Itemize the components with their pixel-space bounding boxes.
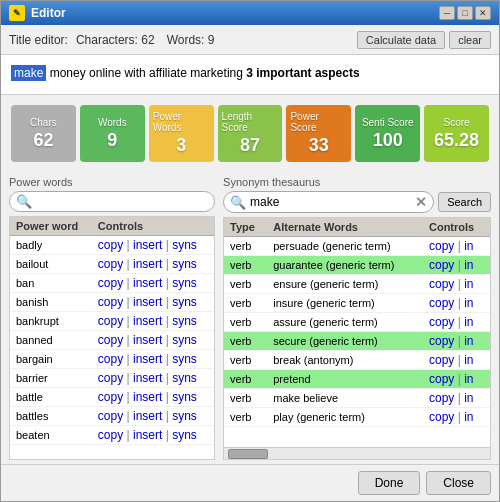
copy-link[interactable]: copy — [98, 295, 123, 309]
right-search-box[interactable]: 🔍 ✕ — [223, 191, 434, 213]
right-in-link[interactable]: in — [464, 410, 473, 424]
power-word-controls: copy | insert | syns — [92, 236, 214, 255]
copy-link[interactable]: copy — [98, 276, 123, 290]
insert-link[interactable]: insert — [133, 295, 162, 309]
editor-text-area[interactable]: make money online with affiliate marketi… — [1, 55, 499, 95]
copy-link[interactable]: copy — [98, 333, 123, 347]
right-in-link[interactable]: in — [464, 391, 473, 405]
restore-btn[interactable]: □ — [457, 6, 473, 20]
right-copy-link[interactable]: copy — [429, 372, 454, 386]
power-word-controls: copy | insert | syns — [92, 293, 214, 312]
right-search-clear[interactable]: ✕ — [415, 194, 427, 210]
power-word-cell: battle — [10, 388, 92, 407]
syns-link[interactable]: syns — [172, 238, 197, 252]
insert-link[interactable]: insert — [133, 428, 162, 442]
syns-link[interactable]: syns — [172, 295, 197, 309]
clear-btn[interactable]: clear — [449, 31, 491, 49]
right-in-link[interactable]: in — [464, 277, 473, 291]
insert-link[interactable]: insert — [133, 314, 162, 328]
syns-link[interactable]: syns — [172, 390, 197, 404]
stat-chars: Chars 62 — [11, 105, 76, 162]
right-copy-link[interactable]: copy — [429, 277, 454, 291]
left-search-box[interactable]: 🔍 — [9, 191, 215, 212]
syns-link[interactable]: syns — [172, 352, 197, 366]
syns-link[interactable]: syns — [172, 371, 197, 385]
copy-link[interactable]: copy — [98, 238, 123, 252]
right-table-row: verbensure (generic term)copy | in — [224, 275, 490, 294]
insert-link[interactable]: insert — [133, 390, 162, 404]
power-word-cell: bargain — [10, 350, 92, 369]
right-table-row: verbplay (generic term)copy | in — [224, 408, 490, 427]
left-table-row: beatencopy | insert | syns — [10, 426, 214, 445]
minimize-btn[interactable]: ─ — [439, 6, 455, 20]
right-in-link[interactable]: in — [464, 315, 473, 329]
power-word-cell: banned — [10, 331, 92, 350]
insert-link[interactable]: insert — [133, 352, 162, 366]
syns-link[interactable]: syns — [172, 276, 197, 290]
stat-power-words: Power Words 3 — [149, 105, 214, 162]
syns-link[interactable]: syns — [172, 428, 197, 442]
right-in-link[interactable]: in — [464, 258, 473, 272]
syns-link[interactable]: syns — [172, 409, 197, 423]
insert-link[interactable]: insert — [133, 333, 162, 347]
left-table-row: bailoutcopy | insert | syns — [10, 255, 214, 274]
right-table: Type Alternate Words Controls verbpersua… — [224, 218, 490, 427]
right-table-row: verbpersuade (generic term)copy | in — [224, 237, 490, 256]
right-controls-cell: copy | in — [423, 294, 490, 313]
right-in-link[interactable]: in — [464, 296, 473, 310]
insert-link[interactable]: insert — [133, 409, 162, 423]
right-controls-cell: copy | in — [423, 256, 490, 275]
right-table-row: verbinsure (generic term)copy | in — [224, 294, 490, 313]
right-col-type: Type — [224, 218, 267, 237]
done-button[interactable]: Done — [358, 471, 421, 495]
left-table-row: banishcopy | insert | syns — [10, 293, 214, 312]
right-horizontal-scroll[interactable] — [224, 447, 490, 459]
right-in-link[interactable]: in — [464, 353, 473, 367]
right-in-link[interactable]: in — [464, 372, 473, 386]
right-copy-link[interactable]: copy — [429, 258, 454, 272]
right-copy-link[interactable]: copy — [429, 239, 454, 253]
type-cell: verb — [224, 313, 267, 332]
right-copy-link[interactable]: copy — [429, 334, 454, 348]
right-copy-link[interactable]: copy — [429, 296, 454, 310]
left-search-input[interactable] — [36, 195, 208, 209]
right-table-scroll[interactable]: Type Alternate Words Controls verbpersua… — [224, 218, 490, 447]
right-controls-cell: copy | in — [423, 408, 490, 427]
right-in-link[interactable]: in — [464, 239, 473, 253]
right-copy-link[interactable]: copy — [429, 410, 454, 424]
left-table-row: badlycopy | insert | syns — [10, 236, 214, 255]
syns-link[interactable]: syns — [172, 257, 197, 271]
calculate-btn[interactable]: Calculate data — [357, 31, 445, 49]
close-btn[interactable]: ✕ — [475, 6, 491, 20]
copy-link[interactable]: copy — [98, 428, 123, 442]
right-copy-link[interactable]: copy — [429, 315, 454, 329]
copy-link[interactable]: copy — [98, 390, 123, 404]
right-table-row: verbmake believecopy | in — [224, 389, 490, 408]
copy-link[interactable]: copy — [98, 257, 123, 271]
syns-link[interactable]: syns — [172, 314, 197, 328]
left-table-row: barriercopy | insert | syns — [10, 369, 214, 388]
right-in-link[interactable]: in — [464, 334, 473, 348]
right-copy-link[interactable]: copy — [429, 353, 454, 367]
right-copy-link[interactable]: copy — [429, 391, 454, 405]
search-button[interactable]: Search — [438, 192, 491, 212]
stat-senti-score-label: Senti Score — [362, 117, 414, 128]
insert-link[interactable]: insert — [133, 238, 162, 252]
copy-link[interactable]: copy — [98, 371, 123, 385]
alt-words-cell: play (generic term) — [267, 408, 423, 427]
left-panel-label: Power words — [9, 176, 215, 188]
syns-link[interactable]: syns — [172, 333, 197, 347]
insert-link[interactable]: insert — [133, 257, 162, 271]
insert-link[interactable]: insert — [133, 276, 162, 290]
close-button[interactable]: Close — [426, 471, 491, 495]
insert-link[interactable]: insert — [133, 371, 162, 385]
copy-link[interactable]: copy — [98, 352, 123, 366]
copy-link[interactable]: copy — [98, 409, 123, 423]
alt-words-cell: make believe — [267, 389, 423, 408]
right-table-row: verbbreak (antonym)copy | in — [224, 351, 490, 370]
left-table-row: bankruptcopy | insert | syns — [10, 312, 214, 331]
copy-link[interactable]: copy — [98, 314, 123, 328]
left-table-scroll[interactable]: Power word Controls badlycopy | insert |… — [10, 217, 214, 459]
alt-words-cell: secure (generic term) — [267, 332, 423, 351]
right-search-input[interactable] — [250, 195, 411, 209]
